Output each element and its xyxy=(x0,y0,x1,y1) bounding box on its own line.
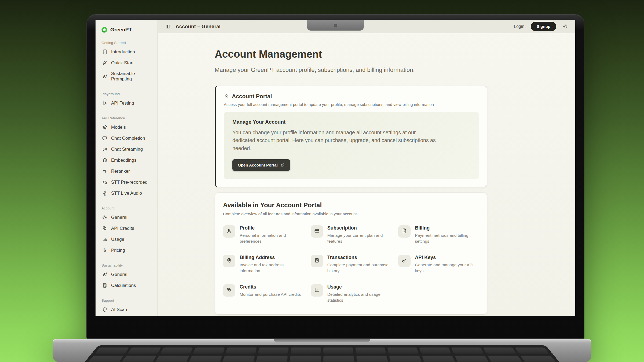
feature-title: Profile xyxy=(240,225,304,231)
layers-icon xyxy=(102,157,108,163)
sidebar-item-label: Chat Streaming xyxy=(111,147,143,152)
manage-account-panel: Manage Your Account You can change your … xyxy=(224,112,479,179)
sidebar-item-usage[interactable]: Usage xyxy=(100,234,154,245)
sidebar-item-api-credits[interactable]: API Credits xyxy=(100,223,154,234)
feature-profile: Profile Personal information and prefere… xyxy=(223,225,304,245)
open-account-portal-button-label: Open Account Portal xyxy=(238,163,278,167)
coins-icon xyxy=(102,226,108,231)
chip-icon xyxy=(102,124,108,130)
sidebar-item-label: STT Pre-recorded xyxy=(111,180,148,185)
page-breadcrumb-title: Account – General xyxy=(175,24,221,29)
credit-card-icon xyxy=(314,228,320,235)
sun-icon[interactable] xyxy=(563,24,568,29)
sidebar-item-label: Sustainable Prompting xyxy=(111,71,153,82)
sidebar-item-chat-completion[interactable]: Chat Completion xyxy=(100,133,154,144)
sidebar-section-label: Playground xyxy=(101,92,154,96)
feature-icon-tile xyxy=(311,255,323,267)
account-portal-description: Access your full account management port… xyxy=(224,102,479,107)
available-features-card: Available in Your Account Portal Complet… xyxy=(215,193,487,315)
laptop-keyboard xyxy=(53,345,591,362)
laptop-display: GreenPT Getting Started Introduction Qui… xyxy=(96,20,575,316)
sidebar-item-introduction[interactable]: Introduction xyxy=(100,46,154,57)
feature-title: Usage xyxy=(327,284,391,290)
sidebar-section-getting-started: Getting Started Introduction Quick Start… xyxy=(100,41,154,84)
sort-icon xyxy=(102,168,108,174)
open-account-portal-button[interactable]: Open Account Portal xyxy=(232,159,290,171)
sidebar-item-label: AI Scan xyxy=(111,307,127,312)
keyboard-key xyxy=(289,356,321,362)
sidebar-item-general[interactable]: General xyxy=(100,269,154,280)
sidebar-item-models[interactable]: Models xyxy=(100,122,154,133)
keyboard-key xyxy=(488,356,525,362)
sidebar-item-stt-pre-recorded[interactable]: STT Pre-recorded xyxy=(100,177,154,188)
keyboard-key xyxy=(389,356,423,362)
sidebar-item-label: Embeddings xyxy=(111,158,137,163)
feature-description: Payment methods and billing settings xyxy=(415,232,479,245)
topbar: Account – General Login Signup xyxy=(158,20,575,33)
feature-icon-tile xyxy=(311,225,323,238)
feature-api-keys: API Keys Generate and manage your API ke… xyxy=(398,255,479,274)
feature-description: Personal information and preferences xyxy=(240,232,304,245)
laptop-base xyxy=(53,339,591,362)
sidebar-item-label: API Testing xyxy=(111,101,134,106)
sidebar-item-label: Usage xyxy=(111,237,124,242)
map-pin-icon xyxy=(226,257,232,264)
keyboard-key xyxy=(119,356,156,362)
sidebar-section-playground: Playground API Testing xyxy=(100,92,154,109)
feature-description: Generate and manage your API keys xyxy=(415,262,479,274)
keyboard-key xyxy=(193,348,225,353)
sidebar-section-api-reference: API Reference Models Chat Completion Cha… xyxy=(100,116,154,199)
available-features-title: Available in Your Account Portal xyxy=(223,201,479,209)
feature-title: Billing Address xyxy=(240,255,304,260)
panel-left-icon[interactable] xyxy=(165,24,171,29)
sidebar-item-general[interactable]: General xyxy=(100,212,154,223)
account-portal-title: Account Portal xyxy=(232,93,272,99)
sidebar-item-label: STT Live Audio xyxy=(111,191,142,196)
leaf-icon xyxy=(102,74,108,79)
content-scroll-area[interactable]: Account Management Manage your GreenPT a… xyxy=(158,33,575,316)
manage-account-body: You can change your profile information … xyxy=(232,129,436,152)
sidebar-item-label: Models xyxy=(111,125,126,130)
sidebar-item-sustainable-prompting[interactable]: Sustainable Prompting xyxy=(100,68,154,84)
sidebar-item-pricing[interactable]: Pricing xyxy=(100,245,154,256)
sidebar-item-chat-streaming[interactable]: Chat Streaming xyxy=(100,144,154,155)
headphones-icon xyxy=(102,179,108,185)
page-subtitle: Manage your GreenPT account profile, sub… xyxy=(215,67,487,73)
keyboard-key xyxy=(85,356,123,362)
feature-billing-address: Billing Address Invoice and tax address … xyxy=(223,255,304,274)
sidebar-item-api-testing[interactable]: API Testing xyxy=(100,98,154,109)
sidebar: GreenPT Getting Started Introduction Qui… xyxy=(96,20,158,316)
feature-title: Subscription xyxy=(327,225,391,231)
login-link[interactable]: Login xyxy=(514,24,524,29)
keyboard-key xyxy=(258,348,289,353)
sidebar-item-ai-scan[interactable]: AI Scan xyxy=(100,304,154,315)
rocket-icon xyxy=(102,60,108,66)
gear-icon xyxy=(102,215,108,220)
sidebar-item-embeddings[interactable]: Embeddings xyxy=(100,155,154,166)
sidebar-nav: Getting Started Introduction Quick Start… xyxy=(100,41,154,315)
sidebar-item-label: Quick Start xyxy=(111,60,134,66)
book-icon xyxy=(102,49,108,55)
play-icon xyxy=(102,100,108,106)
signup-button[interactable]: Signup xyxy=(531,22,556,31)
brand[interactable]: GreenPT xyxy=(100,25,154,33)
sidebar-item-label: Reranker xyxy=(111,169,130,174)
keyboard-key xyxy=(355,348,386,353)
sidebar-item-calculations[interactable]: Calculations xyxy=(100,280,154,291)
feature-description: Complete payment and purchase history xyxy=(327,262,391,274)
feature-usage: Usage Detailed analytics and usage stati… xyxy=(311,284,391,304)
topbar-actions: Login Signup xyxy=(514,22,568,31)
keyboard-key xyxy=(356,356,389,362)
keyboard-key xyxy=(455,356,491,362)
sidebar-item-reranker[interactable]: Reranker xyxy=(100,166,154,177)
available-features-subtitle: Complete overview of all features and in… xyxy=(223,212,479,216)
feature-transactions: Transactions Complete payment and purcha… xyxy=(311,255,391,274)
sidebar-item-stt-live-audio[interactable]: STT Live Audio xyxy=(100,188,154,199)
feature-title: API Keys xyxy=(415,255,479,260)
feature-icon-tile xyxy=(398,225,411,238)
sidebar-section-label: Account xyxy=(101,206,154,210)
keyboard-key xyxy=(451,348,484,353)
sidebar-item-quick-start[interactable]: Quick Start xyxy=(100,57,154,68)
page-title: Account Management xyxy=(215,48,487,60)
keyboard-key xyxy=(255,356,288,362)
